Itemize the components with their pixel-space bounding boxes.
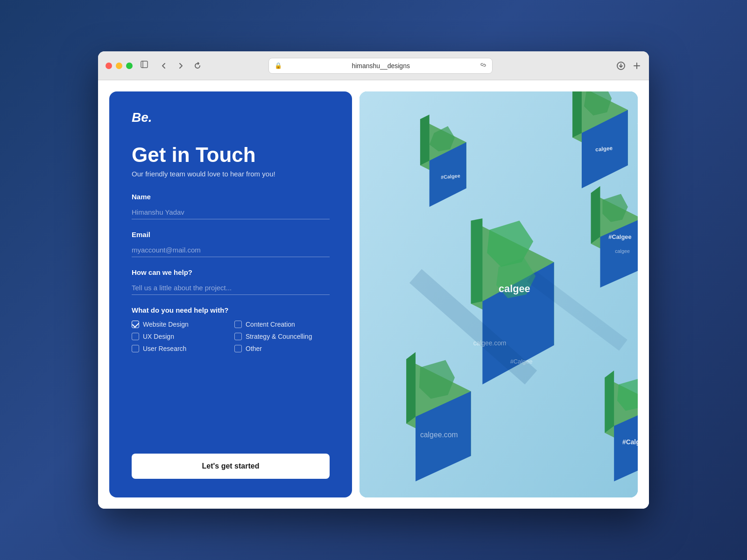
svg-marker-9 [420, 114, 430, 165]
checkbox-other[interactable] [234, 345, 242, 352]
address-bar[interactable]: 🔒 himanshu__designs [268, 58, 493, 74]
form-title: Get in Touch [132, 144, 330, 166]
lock-icon: 🔒 [275, 62, 282, 69]
help-group: How can we help? [132, 268, 330, 295]
checkbox-item-website-design[interactable]: Website Design [132, 321, 227, 328]
boxes-illustration: #Calgee calgee .com [359, 91, 638, 497]
svg-marker-20 [471, 218, 483, 304]
link-icon [480, 62, 486, 70]
svg-marker-14 [572, 91, 582, 138]
checkbox-item-content-creation[interactable]: Content Creation [234, 321, 330, 328]
checkbox-label-strategy: Strategy & Councelling [246, 333, 312, 340]
svg-text:calgee: calgee [615, 248, 630, 254]
checkbox-website-design[interactable] [132, 321, 139, 328]
brand-logo: Be. [132, 110, 330, 125]
checkbox-ux-design[interactable] [132, 333, 139, 340]
checkbox-label-user-research: User Research [143, 345, 186, 352]
svg-marker-39 [605, 371, 614, 433]
browser-window: 🔒 himanshu__designs Be. Get in Touch Our… [98, 51, 649, 509]
checkbox-user-research[interactable] [132, 345, 139, 352]
svg-text:#Calgee: #Calgee [608, 233, 631, 240]
svg-rect-0 [141, 61, 148, 68]
browser-nav [158, 60, 204, 72]
services-section: What do you need help with? Website Desi… [132, 306, 330, 352]
name-label: Name [132, 193, 330, 201]
email-group: Email [132, 231, 330, 257]
image-panel: #Calgee calgee .com [359, 91, 638, 497]
checkbox-item-ux-design[interactable]: UX Design [132, 333, 227, 340]
services-grid: Website Design Content Creation UX Desig… [132, 321, 330, 352]
checkbox-strategy[interactable] [234, 333, 242, 340]
checkbox-label-ux-design: UX Design [143, 333, 174, 340]
services-label: What do you need help with? [132, 306, 330, 314]
checkbox-item-user-research[interactable]: User Research [132, 345, 227, 352]
svg-marker-28 [591, 186, 600, 244]
download-button[interactable] [616, 61, 626, 70]
svg-marker-34 [406, 352, 416, 424]
forward-button[interactable] [175, 60, 187, 72]
back-button[interactable] [158, 60, 170, 72]
maximize-button[interactable] [126, 63, 133, 69]
form-subtitle: Our friendly team would love to hear fro… [132, 170, 330, 178]
checkbox-label-other: Other [246, 345, 262, 352]
boxes-scene: #Calgee calgee .com [359, 91, 638, 497]
name-input[interactable] [132, 205, 330, 219]
sidebar-toggle-icon[interactable] [140, 60, 148, 71]
checkbox-label-website-design: Website Design [143, 321, 189, 328]
page-content: Be. Get in Touch Our friendly team would… [98, 80, 649, 509]
checkbox-label-content-creation: Content Creation [246, 321, 295, 328]
close-button[interactable] [106, 63, 112, 69]
browser-actions [616, 61, 641, 70]
name-group: Name [132, 193, 330, 219]
checkbox-item-other[interactable]: Other [234, 345, 330, 352]
svg-text:calgee: calgee [499, 283, 530, 294]
checkbox-item-strategy[interactable]: Strategy & Councelling [234, 333, 330, 340]
minimize-button[interactable] [116, 63, 122, 69]
new-tab-button[interactable] [632, 61, 641, 70]
email-label: Email [132, 231, 330, 238]
submit-button[interactable]: Let's get started [132, 454, 330, 479]
url-text: himanshu__designs [286, 62, 476, 70]
svg-text:#Calgee: #Calgee [622, 438, 638, 446]
browser-chrome: 🔒 himanshu__designs [98, 51, 649, 80]
traffic-lights [106, 63, 133, 69]
checkbox-content-creation[interactable] [234, 321, 242, 328]
form-panel: Be. Get in Touch Our friendly team would… [109, 91, 352, 497]
help-input[interactable] [132, 281, 330, 295]
refresh-button[interactable] [191, 60, 204, 72]
help-label: How can we help? [132, 268, 330, 276]
email-input[interactable] [132, 243, 330, 257]
svg-text:calgee.com: calgee.com [420, 431, 458, 439]
svg-text:.com: .com [637, 118, 638, 125]
